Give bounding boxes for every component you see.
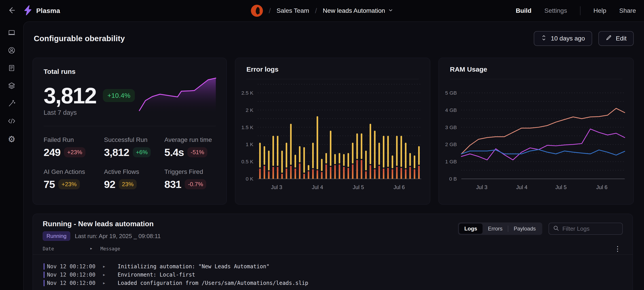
expand-arrow-icon[interactable]: ▶: [103, 281, 108, 285]
expand-arrow-icon[interactable]: ▶: [103, 273, 108, 277]
stat-label: AI Gen Actions: [44, 168, 104, 175]
chevron-down-icon: [388, 7, 393, 14]
kebab-menu-icon[interactable]: ⋮: [614, 245, 621, 253]
tab-errors[interactable]: Errors: [482, 223, 508, 234]
stat-label: Active Flows: [104, 168, 164, 175]
monitor-icon: [8, 29, 16, 38]
stat-active-flows: Active Flows 9223%: [104, 168, 164, 190]
stat-label: Failed Run: [44, 136, 104, 143]
svg-text:Jul 6: Jul 6: [596, 184, 608, 190]
magic-wand-icon: [8, 99, 16, 108]
stat-failed-run: Failed Run 249+23%: [44, 136, 104, 158]
svg-text:1 K: 1 K: [246, 141, 254, 147]
stat-ai-gen-actions: AI Gen Actions 75+23%: [44, 168, 104, 190]
back-button[interactable]: [6, 5, 16, 16]
date-range-button[interactable]: 10 days ago: [534, 31, 592, 46]
stat-delta-badge: -51%: [188, 147, 207, 157]
layers-icon: [8, 82, 16, 91]
svg-text:2.5 K: 2.5 K: [242, 90, 254, 96]
svg-text:Jul 4: Jul 4: [312, 184, 323, 190]
last-run-text: Last run: Apr 19, 2025 _ 09:08:11: [75, 233, 160, 240]
sidebar-item-users[interactable]: [0, 42, 23, 60]
breadcrumb-automation-dropdown[interactable]: New leads Automation: [323, 7, 393, 14]
breadcrumb-automation-label: New leads Automation: [323, 7, 385, 14]
error-logs-title: Error logs: [246, 66, 419, 73]
filter-logs-box: [548, 223, 623, 235]
sidebar: ⚙: [0, 22, 23, 290]
top-nav: Build Settings Help Share: [503, 0, 636, 22]
total-runs-delta-badge: +10.4%: [103, 89, 135, 102]
stat-value: 92: [104, 178, 115, 190]
sidebar-item-layers[interactable]: [0, 77, 23, 95]
document-icon: [8, 64, 16, 73]
stat-label: Triggers Fired: [164, 168, 218, 175]
log-row-accent-bar: [44, 280, 44, 286]
svg-text:Jul 3: Jul 3: [271, 184, 282, 190]
total-runs-period: Last 7 days: [44, 109, 77, 116]
status-badge: Running: [43, 231, 70, 241]
log-table-header: Date ▶ Message ⋮: [33, 244, 632, 255]
run-logs-panel: Running - New leads automation Running L…: [33, 214, 633, 290]
tab-payloads[interactable]: Payloads: [508, 223, 541, 234]
stat-delta-badge: +6%: [133, 147, 151, 157]
svg-text:5 GB: 5 GB: [445, 90, 457, 96]
log-date: Nov 12 00:12:00: [47, 263, 103, 270]
sort-updown-icon: [541, 35, 547, 43]
main-panel: Configurable oberability 10 days ago Edi…: [23, 22, 644, 290]
total-runs-card: Total runs 3,812 +10.4% Last 7 days Fail…: [33, 58, 227, 204]
edit-button[interactable]: Edit: [598, 31, 634, 46]
sidebar-item-monitor[interactable]: [0, 24, 23, 42]
svg-text:2 K: 2 K: [246, 107, 254, 113]
stat-label: Successful Run: [104, 136, 164, 143]
svg-text:Jul 5: Jul 5: [353, 184, 364, 190]
stat-delta-badge: -0.7%: [185, 179, 206, 189]
nav-settings[interactable]: Settings: [544, 7, 567, 14]
search-icon: [553, 225, 559, 232]
log-date: Nov 12 00:12:00: [47, 272, 103, 278]
svg-text:4 GB: 4 GB: [445, 107, 457, 113]
sidebar-item-documents[interactable]: [0, 60, 23, 77]
log-view-tabs: Logs Errors Payloads: [458, 222, 542, 235]
stat-value: 5.4s: [164, 146, 184, 158]
date-range-label: 10 days ago: [551, 35, 585, 42]
nav-divider: [580, 6, 580, 15]
stat-delta-badge: 23%: [119, 179, 137, 189]
error-logs-chart: 0 K0.5 K1 K1.5 K2 K2.5 KJul 3Jul 4Jul 5J…: [235, 79, 430, 204]
svg-text:0 B: 0 B: [449, 176, 457, 182]
svg-text:Jul 6: Jul 6: [394, 184, 405, 190]
log-row: Nov 12 00:12:00 ▶ Environment: Local-fir…: [33, 270, 632, 279]
sidebar-item-settings[interactable]: ⚙: [0, 130, 23, 148]
filter-logs-input[interactable]: [562, 225, 618, 232]
brand-name: Plasma: [36, 7, 60, 15]
avatar[interactable]: [251, 5, 263, 17]
log-date: Nov 12 00:12:00: [47, 280, 103, 286]
pencil-icon: [606, 35, 612, 43]
sidebar-item-magic[interactable]: [0, 95, 23, 113]
stat-triggers-fired: Triggers Fired 831-0.7%: [164, 168, 218, 190]
expand-arrow-icon[interactable]: ▶: [103, 264, 108, 268]
nav-share[interactable]: Share: [619, 7, 636, 14]
svg-text:2 GB: 2 GB: [445, 141, 457, 147]
tab-logs[interactable]: Logs: [459, 223, 482, 234]
ram-usage-card: RAM Usage 0 B1 GB2 GB3 GB4 GB5 GBJul 3Ju…: [438, 58, 634, 204]
stat-successful-run: Successful Run 3,812+6%: [104, 136, 164, 158]
nav-help[interactable]: Help: [594, 7, 606, 14]
run-title: Running - New leads automation: [43, 220, 154, 228]
gear-icon: ⚙: [8, 135, 16, 143]
breadcrumb-team[interactable]: Sales Team: [276, 7, 309, 14]
stats-grid: Failed Run 249+23% Successful Run 3,812+…: [44, 136, 218, 190]
log-message: Loaded configuration from /Users/sam/Aut…: [118, 280, 308, 286]
expand-arrow-icon[interactable]: ▶: [90, 247, 92, 250]
svg-text:0.5 K: 0.5 K: [242, 159, 254, 164]
log-rows: Nov 12 00:12:00 ▶ Initializing automatio…: [33, 262, 632, 287]
total-runs-sparkline: [138, 76, 217, 113]
column-date[interactable]: Date: [43, 246, 54, 251]
stat-value: 75: [44, 178, 55, 190]
sidebar-item-code[interactable]: [0, 113, 23, 130]
stat-delta-badge: +23%: [58, 179, 80, 189]
total-runs-value: 3,812: [44, 84, 96, 107]
edit-label: Edit: [616, 35, 626, 42]
svg-text:0 K: 0 K: [246, 176, 254, 182]
nav-build[interactable]: Build: [516, 7, 532, 14]
divider: [44, 126, 216, 126]
